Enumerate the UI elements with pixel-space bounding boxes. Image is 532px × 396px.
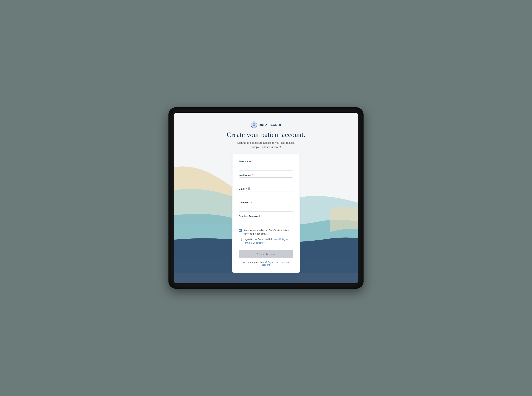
confirm-password-label: Confirm Password * — [239, 215, 293, 217]
newsletter-checkbox-group: Keep me updated about Rupa's latest pati… — [239, 228, 293, 235]
page-title: Create your patient account. — [227, 131, 305, 139]
last-name-group: Last Name * — [239, 174, 293, 184]
device-frame: RUPA HEALTH Create your patient account.… — [168, 107, 364, 289]
email-required: * — [246, 187, 247, 190]
logo-area: RUPA HEALTH — [251, 122, 281, 128]
email-label: Email * i — [239, 187, 293, 190]
practitioner-text: Are you a practitioner? Sign in or creat… — [239, 261, 293, 266]
last-name-input[interactable] — [239, 177, 293, 184]
email-group: Email * i — [239, 187, 293, 198]
create-account-button[interactable]: Create Account — [239, 250, 293, 258]
email-input[interactable] — [239, 191, 293, 198]
svg-point-2 — [253, 124, 254, 125]
logo-text: RUPA HEALTH — [259, 123, 281, 126]
confirm-password-group: Confirm Password * — [239, 215, 293, 225]
newsletter-label: Keep me updated about Rupa's latest pati… — [243, 228, 293, 235]
first-name-group: First Name * — [239, 160, 293, 170]
privacy-policy-link[interactable]: Privacy Policy — [271, 238, 286, 241]
page-subtitle: Sign up to get secure access to your tes… — [237, 141, 295, 149]
form-card: First Name * Last Name * Email — [232, 154, 300, 273]
password-label: Password * — [239, 201, 293, 204]
first-name-required: * — [252, 160, 253, 163]
confirm-password-input[interactable] — [239, 219, 293, 225]
privacy-label: I agree to the Rupa Health Privacy Polic… — [243, 238, 288, 245]
confirm-password-required: * — [261, 215, 262, 217]
first-name-label: First Name * — [239, 160, 293, 163]
password-group: Password * — [239, 201, 293, 212]
password-input[interactable] — [239, 205, 293, 212]
privacy-required: * — [265, 241, 266, 244]
last-name-label: Last Name * — [239, 174, 293, 176]
rupa-health-logo-icon — [251, 122, 257, 128]
screen: RUPA HEALTH Create your patient account.… — [174, 113, 358, 283]
email-info-icon[interactable]: i — [248, 187, 250, 190]
page-content: RUPA HEALTH Create your patient account.… — [174, 113, 358, 283]
newsletter-checkbox[interactable] — [239, 229, 242, 232]
first-name-input[interactable] — [239, 164, 293, 170]
privacy-checkbox-group: I agree to the Rupa Health Privacy Polic… — [239, 238, 293, 245]
privacy-checkbox[interactable] — [239, 238, 242, 241]
password-required: * — [251, 201, 252, 204]
terms-conditions-link[interactable]: Terms & Conditions. — [243, 241, 264, 244]
last-name-required: * — [252, 174, 252, 176]
sign-in-link[interactable]: Sign in — [268, 261, 275, 263]
